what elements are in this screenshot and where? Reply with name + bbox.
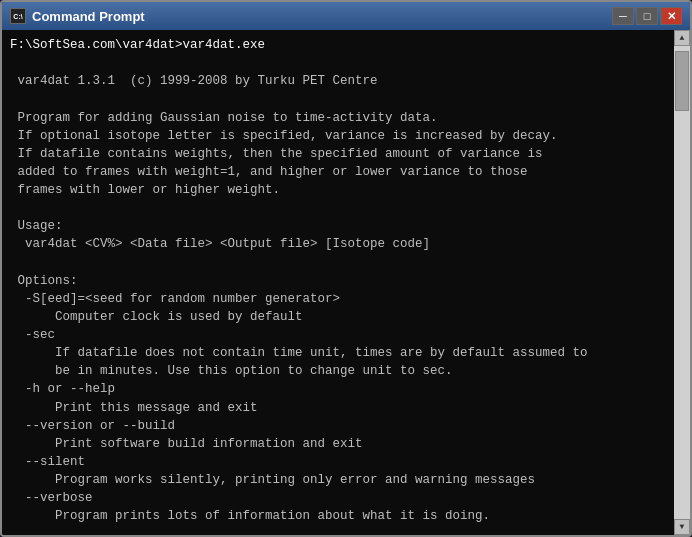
output-line-8: frames with lower or higher weight. — [10, 181, 664, 199]
output-line-23: --silent — [10, 453, 664, 471]
close-button[interactable]: ✕ — [660, 7, 682, 25]
window-controls: ─ □ ✕ — [612, 7, 682, 25]
output-line-17: If datafile does not contain time unit, … — [10, 344, 664, 362]
output-line-7: added to frames with weight=1, and highe… — [10, 163, 664, 181]
output-line-5: If optional isotope letter is specified,… — [10, 127, 664, 145]
output-line-1 — [10, 54, 664, 72]
scroll-up-button[interactable]: ▲ — [674, 30, 690, 46]
output-line-4: Program for adding Gaussian noise to tim… — [10, 109, 664, 127]
scroll-down-button[interactable]: ▼ — [674, 519, 690, 535]
titlebar: C:\ Command Prompt ─ □ ✕ — [2, 2, 690, 30]
output-line-25: --verbose — [10, 489, 664, 507]
output-line-13: Options: — [10, 272, 664, 290]
output-line-18: be in minutes. Use this option to change… — [10, 362, 664, 380]
icon-label: C:\ — [13, 13, 22, 20]
minimize-button[interactable]: ─ — [612, 7, 634, 25]
output-line-26: Program prints lots of information about… — [10, 507, 664, 525]
window-icon: C:\ — [10, 8, 26, 24]
output-line-10: Usage: — [10, 217, 664, 235]
output-line-9 — [10, 199, 664, 217]
console-content: F:\SoftSea.com\var4dat>var4dat.exe var4d… — [10, 36, 682, 535]
output-line-22: Print software build information and exi… — [10, 435, 664, 453]
output-line-15: Computer clock is used by default — [10, 308, 664, 326]
output-line-2: var4dat 1.3.1 (c) 1999-2008 by Turku PET… — [10, 72, 664, 90]
output-line-12 — [10, 254, 664, 272]
scrollbar-thumb[interactable] — [675, 51, 689, 111]
output-line-16: -sec — [10, 326, 664, 344]
output-line-24: Program works silently, printing only er… — [10, 471, 664, 489]
scrollbar-track[interactable] — [674, 46, 690, 519]
maximize-button[interactable]: □ — [636, 7, 658, 25]
prompt-line: F:\SoftSea.com\var4dat>var4dat.exe — [10, 36, 664, 54]
output-line-3 — [10, 90, 664, 108]
output-line-14: -S[eed]=<seed for random number generato… — [10, 290, 664, 308]
console-area: F:\SoftSea.com\var4dat>var4dat.exe var4d… — [2, 30, 690, 535]
output-line-27 — [10, 525, 664, 535]
output-line-20: Print this message and exit — [10, 399, 664, 417]
output-line-11: var4dat <CV%> <Data file> <Output file> … — [10, 235, 664, 253]
command-prompt-window: C:\ Command Prompt ─ □ ✕ F:\SoftSea.com\… — [0, 0, 692, 537]
output-line-19: -h or --help — [10, 380, 664, 398]
scrollbar[interactable]: ▲ ▼ — [674, 30, 690, 535]
output-line-21: --version or --build — [10, 417, 664, 435]
output-line-6: If datafile contains weights, then the s… — [10, 145, 664, 163]
window-title: Command Prompt — [32, 9, 612, 24]
